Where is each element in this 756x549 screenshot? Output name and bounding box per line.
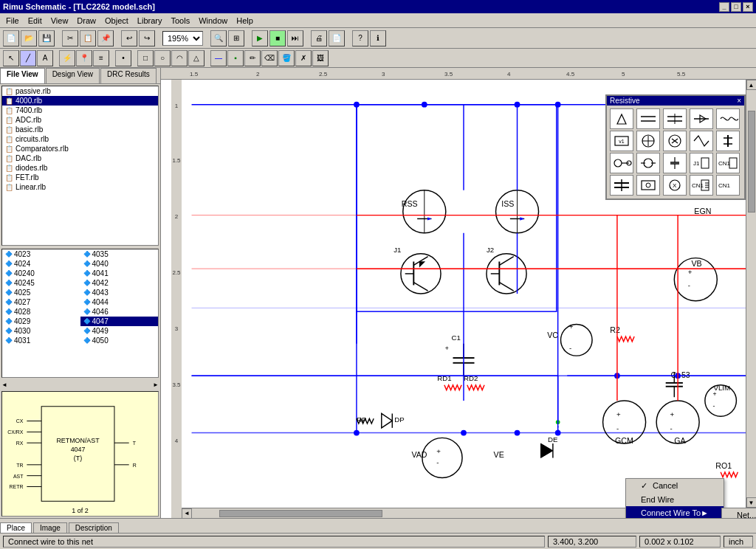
- print-button[interactable]: 🖨: [311, 30, 327, 46]
- comp-4041[interactable]: 🔷 4041: [80, 269, 159, 278]
- menu-draw[interactable]: Draw: [72, 15, 100, 27]
- scroll-up-button[interactable]: ▲: [746, 80, 757, 90]
- tree-item-linear[interactable]: 📋 Linear.rlb: [2, 182, 158, 192]
- palette-cell-5[interactable]: [716, 108, 740, 129]
- h-scroll-thumb[interactable]: [219, 510, 382, 517]
- menu-help[interactable]: Help: [232, 15, 258, 27]
- palette-cell-9[interactable]: [690, 131, 713, 151]
- canvas-area[interactable]: 1.5 2 2.5 3 3.5 4 4.5 5 5.5 1 1.5 2 2.5 …: [161, 68, 756, 518]
- junction-button[interactable]: •: [115, 50, 131, 66]
- palette-cell-14[interactable]: J1: [690, 153, 713, 173]
- comp-40245[interactable]: 🔷 40245: [2, 278, 80, 288]
- comp-4042[interactable]: 🔷 4042: [80, 278, 159, 288]
- zoom-select[interactable]: 50% 75% 100% 150% 195% 200% 300%: [162, 31, 203, 46]
- wire-button[interactable]: ╱: [20, 50, 36, 66]
- minimize-button[interactable]: _: [719, 2, 729, 12]
- palette-cell-3[interactable]: [663, 108, 687, 129]
- palette-cell-2[interactable]: [636, 108, 660, 129]
- new-button[interactable]: 📄: [3, 30, 19, 46]
- palette-close-button[interactable]: ×: [737, 97, 741, 105]
- pen-button[interactable]: ✏: [244, 50, 261, 66]
- close-button[interactable]: ×: [743, 2, 753, 12]
- tree-item-adc[interactable]: 📋 ADC.rlb: [2, 115, 158, 125]
- palette-cell-12[interactable]: [636, 153, 660, 173]
- cut-button[interactable]: ✂: [62, 30, 78, 46]
- palette-cell-10[interactable]: [716, 131, 740, 151]
- palette-cell-17[interactable]: [636, 175, 660, 196]
- undo-button[interactable]: ↩: [121, 30, 137, 46]
- tab-design-view[interactable]: Design View: [46, 68, 100, 83]
- comp-4023[interactable]: 🔷 4023: [2, 249, 80, 259]
- text-button[interactable]: A: [37, 50, 53, 66]
- image-button[interactable]: 🖼: [312, 50, 329, 66]
- tab-place[interactable]: Place: [0, 522, 32, 533]
- comp-4029[interactable]: 🔷 4029: [2, 317, 80, 326]
- tree-item-passive[interactable]: 📋 passive.rlb: [2, 86, 158, 96]
- menu-edit[interactable]: Edit: [24, 15, 47, 27]
- component-button[interactable]: ⚡: [59, 50, 75, 66]
- poly-button[interactable]: △: [188, 50, 205, 66]
- palette-cell-19[interactable]: CN1: [690, 175, 713, 196]
- palette-cell-13[interactable]: [663, 153, 687, 173]
- tree-item-dac[interactable]: 📋 DAC.rlb: [2, 153, 158, 163]
- comp-4030[interactable]: 🔷 4030: [2, 326, 80, 336]
- clear-button[interactable]: ✗: [295, 50, 312, 66]
- circle-button[interactable]: ○: [154, 50, 171, 66]
- comp-4035[interactable]: 🔷 4035: [80, 249, 159, 259]
- vertical-scrollbar[interactable]: ▲ ▼: [746, 80, 756, 508]
- comp-4025[interactable]: 🔷 4025: [2, 288, 80, 297]
- stop-button[interactable]: ■: [269, 30, 286, 46]
- zoom-in-button[interactable]: 🔍: [210, 30, 227, 46]
- tab-drc-results[interactable]: DRC Results: [100, 68, 157, 83]
- redo-button[interactable]: ↪: [139, 30, 155, 46]
- eraser-button[interactable]: ⌫: [261, 50, 278, 66]
- copy-button[interactable]: 📋: [80, 30, 96, 46]
- v-scroll-thumb[interactable]: [748, 111, 755, 213]
- comp-4040[interactable]: 🔷 4040: [80, 259, 159, 269]
- maximize-button[interactable]: □: [731, 2, 741, 12]
- menu-library[interactable]: Library: [133, 15, 167, 27]
- info-button[interactable]: ℹ: [370, 30, 386, 46]
- tree-item-comparators[interactable]: 📋 Comparators.rlb: [2, 144, 158, 153]
- select-button[interactable]: ↖: [3, 50, 19, 66]
- tab-file-view[interactable]: File View: [0, 68, 45, 83]
- menu-tools[interactable]: Tools: [166, 15, 194, 27]
- step-button[interactable]: ⏭: [287, 30, 303, 46]
- comp-4043[interactable]: 🔷 4043: [80, 288, 159, 297]
- tree-item-fet[interactable]: 📋 FET.rlb: [2, 173, 158, 182]
- rect-button[interactable]: □: [137, 50, 154, 66]
- ctx-connect-wire[interactable]: Connect Wire To ►: [626, 506, 724, 518]
- comp-4049[interactable]: 🔷 4049: [80, 326, 159, 336]
- line-color-button[interactable]: —: [210, 50, 227, 66]
- tree-item-basic[interactable]: 📋 basic.rlb: [2, 125, 158, 134]
- ctx-cancel[interactable]: ✓ Cancel: [626, 479, 724, 493]
- next-arrow[interactable]: ►: [153, 381, 159, 388]
- menu-window[interactable]: Window: [194, 15, 232, 27]
- paste-button[interactable]: 📌: [97, 30, 114, 46]
- palette-cell-16[interactable]: [610, 175, 633, 196]
- comp-40240[interactable]: 🔷 40240: [2, 269, 80, 278]
- ctx-net[interactable]: Net... ...: [722, 508, 756, 518]
- comp-4047[interactable]: 🔷 4047: [80, 317, 159, 326]
- bus-button[interactable]: ≡: [93, 50, 109, 66]
- palette-cell-1[interactable]: [610, 108, 633, 129]
- prev-arrow[interactable]: ◄: [1, 381, 7, 388]
- palette-cell-11[interactable]: [610, 153, 633, 173]
- palette-cell-7[interactable]: [636, 131, 660, 151]
- zoom-fit-button[interactable]: ⊞: [228, 30, 244, 46]
- palette-cell-20[interactable]: CN1: [716, 175, 740, 196]
- scroll-down-button[interactable]: ▼: [746, 497, 757, 508]
- tree-item-circuits[interactable]: 📋 circuits.rlb: [2, 134, 158, 144]
- help-button[interactable]: ?: [352, 30, 368, 46]
- fill-color-button[interactable]: ▪: [227, 50, 244, 66]
- open-button[interactable]: 📂: [21, 30, 37, 46]
- scroll-left-button[interactable]: ◄: [182, 508, 192, 519]
- ctx-end-wire[interactable]: End Wire: [626, 493, 724, 506]
- palette-cell-6[interactable]: v1: [610, 131, 633, 151]
- palette-cell-4[interactable]: [690, 108, 713, 129]
- comp-4024[interactable]: 🔷 4024: [2, 259, 80, 269]
- comp-4027[interactable]: 🔷 4027: [2, 297, 80, 307]
- paint-button[interactable]: 🪣: [278, 50, 295, 66]
- palette-title[interactable]: Resistive ×: [607, 96, 744, 106]
- run-button[interactable]: ▶: [252, 30, 268, 46]
